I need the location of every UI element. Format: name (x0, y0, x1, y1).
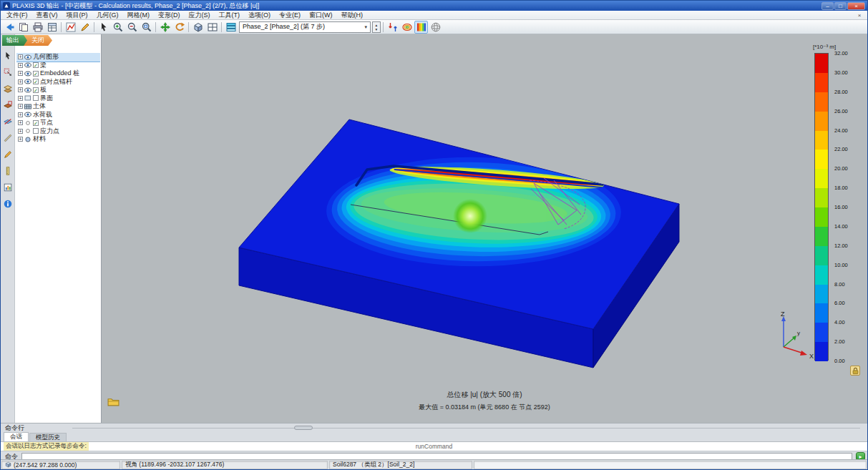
select-soil-button[interactable] (2, 99, 14, 111)
spinner-down-icon[interactable]: ▾ (376, 27, 378, 31)
report-button[interactable] (45, 21, 59, 34)
tree-item-label: 材料 (33, 134, 46, 144)
tree-item[interactable]: +材料 (16, 135, 100, 144)
pointer-button[interactable] (2, 50, 14, 62)
select-icon (98, 21, 109, 33)
report-chart-button[interactable] (2, 182, 14, 193)
command-log[interactable]: 会话以日志方式记录每步命令: runCommand (1, 442, 867, 451)
minimize-button[interactable]: – (821, 2, 834, 10)
tree-expander[interactable]: + (18, 129, 23, 134)
annotate-button[interactable] (2, 149, 14, 160)
tree-expander[interactable]: + (18, 104, 23, 109)
menu-item[interactable]: 网格(M) (123, 11, 155, 19)
tree-expander[interactable]: + (18, 79, 23, 84)
legend-tick-label: 0.00 (834, 358, 845, 364)
tree-checkbox[interactable] (33, 95, 39, 101)
hide-soil-icon (3, 84, 13, 94)
select-structures-button[interactable] (2, 67, 14, 78)
print-button[interactable] (31, 21, 44, 34)
shadings-button[interactable] (414, 21, 428, 34)
tree-item[interactable]: +水荷载 (16, 111, 100, 119)
rotate-button[interactable] (172, 21, 186, 34)
eye-icon (24, 79, 31, 84)
tab-output[interactable]: 输出 (2, 35, 27, 46)
menu-item[interactable]: 工具(T) (215, 11, 245, 19)
menu-item[interactable]: 应力(S) (185, 11, 215, 19)
legend-color-segment (815, 131, 828, 150)
tree-item[interactable]: +界面 (16, 94, 100, 103)
contour-lines-button[interactable] (400, 21, 414, 34)
eye-icon (24, 71, 31, 77)
splitter-handle-icon[interactable] (294, 426, 313, 430)
tree-expander[interactable]: + (18, 63, 23, 68)
reset-zoom-button[interactable] (140, 21, 153, 34)
menu-item[interactable]: 窗口(W) (305, 11, 337, 19)
tree-item[interactable]: +应力点 (16, 127, 100, 136)
tree-checkbox[interactable]: ✓ (33, 79, 39, 84)
panel-splitter[interactable] (72, 428, 860, 429)
measure-button[interactable] (2, 132, 14, 144)
tree-checkbox[interactable]: ✓ (33, 71, 39, 77)
step-spinner[interactable]: ▴▾ (372, 21, 381, 33)
tree-expander[interactable]: + (18, 96, 23, 101)
tree-expander[interactable]: + (18, 87, 23, 92)
menu-item[interactable]: 变形(D) (154, 11, 185, 19)
legend-tick-label: 12.00 (834, 242, 848, 248)
tree-item[interactable]: +✓板 (16, 86, 100, 94)
tab-close[interactable]: 关闭 (23, 35, 52, 46)
ruler-button[interactable] (2, 165, 14, 177)
hide-soil-button[interactable] (2, 83, 14, 94)
tree-item[interactable]: +几何图形 (16, 53, 100, 62)
update-input-button[interactable] (2, 21, 16, 34)
legend-tick-label: 18.00 (834, 185, 848, 191)
zoom-out-button[interactable] (125, 21, 139, 34)
menu-item[interactable]: 查看(V) (32, 11, 62, 19)
scene-3d[interactable] (102, 34, 867, 423)
tree-expander[interactable]: + (18, 120, 23, 125)
tree-expander[interactable]: + (18, 54, 23, 59)
annotation-button[interactable] (78, 21, 92, 34)
zoom-in-button[interactable] (111, 21, 125, 34)
menu-item[interactable]: 项目(P) (62, 11, 92, 19)
pan-button[interactable] (158, 21, 172, 34)
tree-checkbox[interactable]: ✓ (33, 120, 39, 126)
tree-checkbox[interactable] (33, 128, 39, 134)
select-button[interactable] (97, 21, 110, 34)
wireframe-button[interactable] (429, 21, 442, 34)
tree-checkbox[interactable]: ✓ (33, 87, 39, 93)
command-tab[interactable]: 会话 (4, 432, 29, 441)
document-close-button[interactable]: × (855, 12, 864, 19)
legend-color-segment (815, 169, 828, 188)
tree-expander[interactable]: + (18, 71, 23, 76)
command-tab[interactable]: 模型历史 (29, 433, 67, 441)
legend-color-segment (815, 112, 828, 131)
phase-select[interactable]: Phase_2 [Phase_2] (第 7 步)▾ (239, 21, 371, 33)
legend-lock-icon[interactable] (850, 366, 860, 376)
close-button[interactable]: × (847, 2, 865, 10)
menu-item[interactable]: 帮助(H) (337, 11, 368, 19)
maximize-button[interactable]: □ (834, 2, 847, 10)
explorer-tabs: 输出关闭 (2, 35, 52, 46)
menu-item[interactable]: 专业(E) (275, 11, 305, 19)
tree-item[interactable]: +✓点对点锚杆 (16, 78, 100, 87)
cross-section-button[interactable] (2, 116, 14, 127)
eye-icon (24, 87, 31, 93)
viewports-button[interactable] (205, 21, 219, 34)
tree-expander[interactable]: + (18, 137, 23, 142)
zoom-in-icon (112, 21, 124, 33)
phase-list-button[interactable] (224, 21, 238, 34)
curves-button[interactable] (64, 21, 77, 34)
toolbar-separator (383, 22, 384, 32)
tree-expander[interactable]: + (18, 112, 23, 117)
menu-item[interactable]: 几何(G) (92, 11, 123, 19)
arrows-button[interactable] (386, 21, 399, 34)
menu-item[interactable]: 选项(O) (244, 11, 275, 19)
menu-item[interactable]: 文件(F) (2, 11, 32, 19)
tree-item[interactable]: +土体 (16, 102, 100, 111)
info-button[interactable] (2, 198, 14, 210)
perspective-button[interactable] (191, 21, 205, 34)
copy-button[interactable] (16, 21, 30, 34)
viewport-3d[interactable]: Z y X [*10⁻³ m] 32.0030.0028.0026.0024.0… (102, 34, 867, 423)
annotation-icon (79, 21, 91, 33)
tree-checkbox[interactable]: ✓ (33, 62, 39, 68)
